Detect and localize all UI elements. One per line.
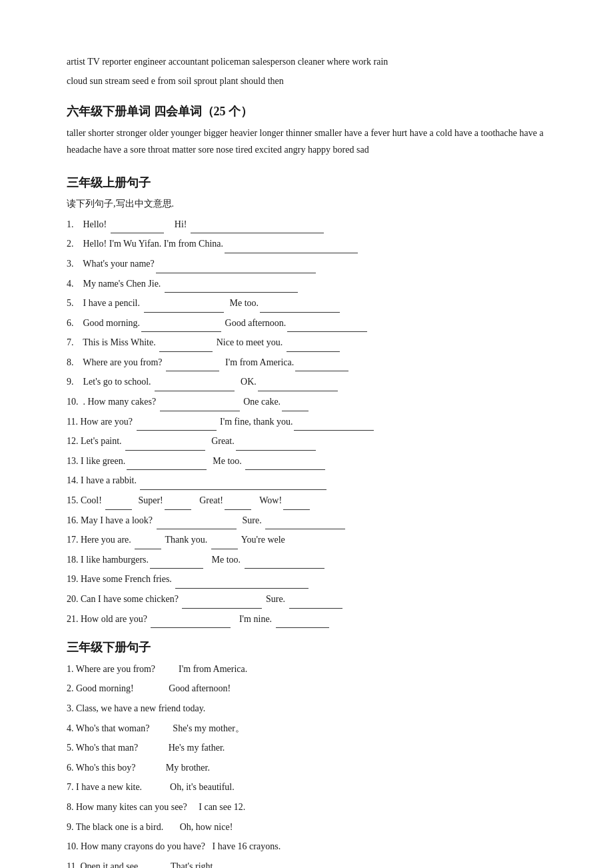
- sentence-9: 9. Let's go to school. OK.: [67, 373, 546, 391]
- sentence-5: 5. I have a pencil. Me too.: [67, 295, 546, 313]
- sentence-2: 2. Hello! I'm Wu Yifan. I'm from China.: [67, 235, 546, 253]
- sentence-4: 4. My name's Chen Jie.: [67, 275, 546, 293]
- grade3-lower-title: 三年级下册句子: [67, 637, 546, 658]
- sentences-lower-list: 1. Where are you from? I'm from America.…: [67, 661, 546, 868]
- grade6-title: 六年级下册单词 四会单词（25 个）: [67, 101, 546, 122]
- grade6-words: taller shorter stronger older younger bi…: [67, 125, 546, 158]
- lower-sentence-11: 11. Open it and see. That's right.: [67, 858, 546, 868]
- sentence-20: 20. Can I have some chicken? Sure.: [67, 591, 546, 609]
- sentence-16: 16. May I have a look? Sure.: [67, 512, 546, 530]
- sentence-12: 12. Let's paint. Great.: [67, 433, 546, 451]
- sentence-15: 15. Cool! Super! Great! Wow!: [67, 492, 546, 510]
- word-list-2: cloud sun stream seed e from soil sprout…: [67, 73, 546, 89]
- lower-sentence-2: 2. Good morning! Good afternoon!: [67, 680, 546, 698]
- lower-sentence-10: 10. How many crayons do you have? I have…: [67, 838, 546, 856]
- page-content: artist TV reporter engineer accountant p…: [67, 53, 546, 868]
- lower-sentence-5: 5. Who's that man? He's my father.: [67, 739, 546, 757]
- grade3-upper-subtitle: 读下列句子,写出中文意思.: [67, 196, 546, 212]
- sentence-14: 14. I have a rabbit.: [67, 472, 546, 490]
- sentence-7: 7. This is Miss White. Nice to meet you.: [67, 334, 546, 352]
- sentence-8: 8. Where are you from? I'm from America.: [67, 354, 546, 372]
- lower-sentence-7: 7. I have a new kite. Oh, it's beautiful…: [67, 779, 546, 797]
- sentences-upper-list: 1. Hello! Hi! 2. Hello! I'm Wu Yifan. I'…: [67, 216, 546, 628]
- lower-sentence-9: 9. The black one is a bird. Oh, how nice…: [67, 819, 546, 837]
- sentence-19: 19. Have some French fries.: [67, 571, 546, 589]
- sentence-17: 17. Here you are. Thank you. You're wele: [67, 531, 546, 549]
- word-list-1: artist TV reporter engineer accountant p…: [67, 53, 546, 70]
- sentence-21: 21. How old are you? I'm nine.: [67, 611, 546, 629]
- grade3-upper-title: 三年级上册句子: [67, 173, 546, 193]
- lower-sentence-1: 1. Where are you from? I'm from America.: [67, 661, 546, 679]
- lower-sentence-3: 3. Class, we have a new friend today.: [67, 700, 546, 718]
- sentence-13: 13. I like green. Me too.: [67, 453, 546, 471]
- lower-sentence-6: 6. Who's this boy? My brother.: [67, 759, 546, 777]
- sentence-10: 10. . How many cakes? One cake.: [67, 393, 546, 411]
- sentence-18: 18. I like hamburgers. Me too.: [67, 551, 546, 569]
- lower-sentence-8: 8. How many kites can you see? I can see…: [67, 799, 546, 817]
- lower-sentence-4: 4. Who's that woman? She's my mother。: [67, 720, 546, 738]
- sentence-1: 1. Hello! Hi!: [67, 216, 546, 234]
- sentence-6: 6. Good morning. Good afternoon.: [67, 315, 546, 333]
- sentence-11: 11. How are you? I'm fine, thank you.: [67, 413, 546, 431]
- sentence-3: 3. What's your name?: [67, 255, 546, 273]
